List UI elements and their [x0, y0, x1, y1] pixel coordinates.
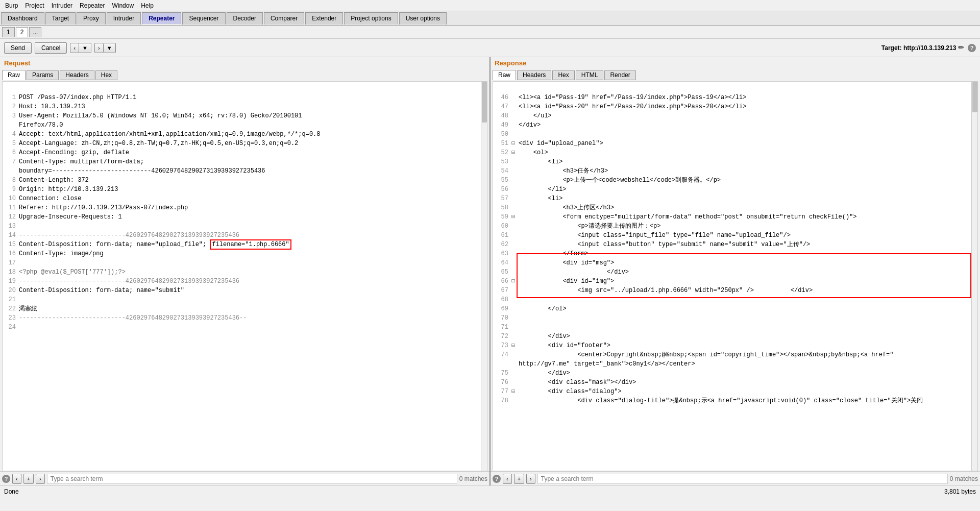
- main-tab-bar: Dashboard Target Proxy Intruder Repeater…: [0, 11, 980, 26]
- menu-bar: Burp Project Intruder Repeater Window He…: [0, 0, 980, 11]
- menu-window[interactable]: Window: [109, 1, 137, 10]
- send-button[interactable]: Send: [4, 42, 32, 54]
- request-search-next-add[interactable]: +: [23, 474, 34, 484]
- response-sub-tabs: Raw Headers Hex HTML Render: [491, 69, 980, 81]
- help-icon[interactable]: ?: [968, 44, 976, 52]
- tab-sequencer[interactable]: Sequencer: [182, 12, 225, 25]
- menu-burp[interactable]: Burp: [2, 1, 21, 10]
- response-title: Response: [491, 57, 980, 69]
- request-scrollbar[interactable]: [481, 82, 487, 471]
- response-scrollbar[interactable]: [971, 82, 977, 471]
- request-search-input[interactable]: [47, 474, 457, 484]
- tab-intruder[interactable]: Intruder: [107, 12, 141, 25]
- menu-intruder[interactable]: Intruder: [48, 1, 76, 10]
- forward-nav-group: › ▼: [94, 43, 116, 53]
- tab-target[interactable]: Target: [45, 12, 76, 25]
- repeater-tab-2[interactable]: 2: [16, 27, 29, 37]
- tab-comparer[interactable]: Comparer: [264, 12, 304, 25]
- response-panel: Response Raw Headers Hex HTML Render 46 …: [491, 57, 980, 485]
- response-tab-headers[interactable]: Headers: [517, 70, 551, 80]
- response-raw-content: 46 <li><a id="Pass-19" href="/Pass-19/in…: [493, 82, 977, 471]
- response-search-add[interactable]: +: [514, 474, 524, 484]
- response-tab-html[interactable]: HTML: [576, 70, 604, 80]
- tab-dashboard[interactable]: Dashboard: [1, 12, 44, 25]
- back-dropdown[interactable]: ▼: [79, 43, 91, 53]
- request-search-next[interactable]: ›: [36, 474, 45, 484]
- request-search-help[interactable]: ?: [2, 475, 10, 483]
- request-search-bar: ? ‹ + › 0 matches: [0, 471, 489, 485]
- response-search-prev[interactable]: ‹: [503, 474, 512, 484]
- tab-decoder[interactable]: Decoder: [227, 12, 263, 25]
- menu-project[interactable]: Project: [22, 1, 47, 10]
- edit-icon[interactable]: ✏: [958, 43, 964, 52]
- response-search-next[interactable]: ›: [526, 474, 535, 484]
- menu-repeater[interactable]: Repeater: [77, 1, 108, 10]
- response-search-bar: ? ‹ + › 0 matches: [491, 471, 980, 485]
- request-tab-hex[interactable]: Hex: [95, 70, 117, 80]
- tab-proxy[interactable]: Proxy: [77, 12, 106, 25]
- request-tab-headers[interactable]: Headers: [60, 70, 94, 80]
- response-scrollbar-thumb[interactable]: [972, 82, 977, 112]
- response-content-wrapper: 46 <li><a id="Pass-19" href="/Pass-19/in…: [491, 81, 980, 471]
- response-tab-render[interactable]: Render: [604, 70, 635, 80]
- menu-help[interactable]: Help: [138, 1, 157, 10]
- back-button[interactable]: ‹: [70, 43, 79, 53]
- request-panel: Request Raw Params Headers Hex 1POST /Pa…: [0, 57, 491, 485]
- tab-repeater[interactable]: Repeater: [142, 12, 181, 25]
- forward-button[interactable]: ›: [95, 43, 104, 53]
- status-left: Done: [4, 488, 19, 495]
- request-tab-params[interactable]: Params: [27, 70, 59, 80]
- back-nav-group: ‹ ▼: [70, 43, 91, 53]
- tab-project-options[interactable]: Project options: [344, 12, 398, 25]
- request-search-prev[interactable]: ‹: [12, 474, 21, 484]
- tab-user-options[interactable]: User options: [399, 12, 447, 25]
- repeater-tab-1[interactable]: 1: [2, 27, 15, 37]
- target-label: Target: http://10.3.139.213: [881, 44, 957, 52]
- request-scrollbar-thumb[interactable]: [482, 82, 487, 123]
- response-match-count: 0 matches: [950, 475, 978, 482]
- request-sub-tabs: Raw Params Headers Hex: [0, 69, 489, 81]
- tab-extender[interactable]: Extender: [305, 12, 343, 25]
- request-match-count: 0 matches: [459, 475, 487, 482]
- toolbar: Send Cancel ‹ ▼ › ▼ Target: http://10.3.…: [0, 39, 980, 57]
- repeater-tab-bar: 1 2 ...: [0, 26, 980, 39]
- request-title: Request: [0, 57, 489, 69]
- response-text-area[interactable]: 46 <li><a id="Pass-19" href="/Pass-19/in…: [493, 81, 978, 471]
- request-raw-content: 1POST /Pass-07/index.php HTTP/1.1 2Host:…: [3, 82, 487, 471]
- response-search-help[interactable]: ?: [493, 475, 501, 483]
- status-right: 3,801 bytes: [944, 488, 976, 495]
- main-content: Request Raw Params Headers Hex 1POST /Pa…: [0, 57, 980, 485]
- status-bar: Done 3,801 bytes: [0, 485, 980, 497]
- request-text-area[interactable]: 1POST /Pass-07/index.php HTTP/1.1 2Host:…: [2, 81, 487, 471]
- cancel-button[interactable]: Cancel: [35, 42, 67, 54]
- response-search-input[interactable]: [537, 474, 948, 484]
- request-tab-raw[interactable]: Raw: [2, 70, 26, 80]
- response-tab-hex[interactable]: Hex: [552, 70, 574, 80]
- request-content-wrapper: 1POST /Pass-07/index.php HTTP/1.1 2Host:…: [0, 81, 489, 471]
- target-info: Target: http://10.3.139.213 ✏ ?: [881, 43, 976, 52]
- response-tab-raw[interactable]: Raw: [493, 70, 516, 80]
- forward-dropdown[interactable]: ▼: [104, 43, 115, 53]
- repeater-tab-dots[interactable]: ...: [29, 27, 41, 37]
- filename-highlight: filename="1.php.6666": [210, 239, 291, 250]
